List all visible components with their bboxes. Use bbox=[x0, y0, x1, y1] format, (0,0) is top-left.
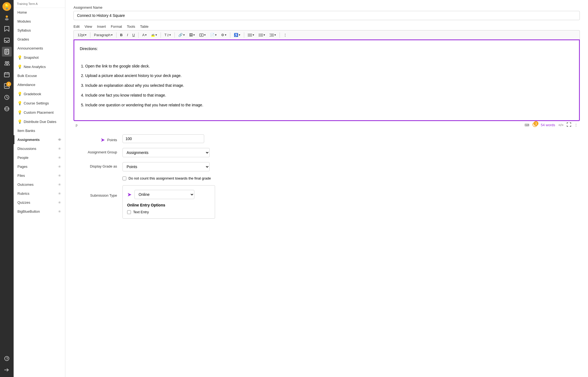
svg-point-35 bbox=[259, 35, 260, 35]
bookmark-icon[interactable] bbox=[2, 24, 12, 34]
text-entry-label: Text Entry bbox=[133, 210, 149, 214]
chevron-down-icon: ▾ bbox=[111, 33, 113, 37]
sidebar-item-discussions[interactable]: Discussions 👁 bbox=[14, 144, 65, 153]
list-item: Upload a picture about ancient history t… bbox=[85, 73, 574, 79]
word-count: 54 words bbox=[541, 123, 555, 127]
clock-icon[interactable] bbox=[2, 92, 12, 102]
sidebar-item-announcements[interactable]: Announcements bbox=[14, 44, 65, 53]
align-button[interactable]: ▾ bbox=[246, 32, 256, 38]
media-button[interactable]: ▾ bbox=[198, 32, 207, 38]
sidebar-item-assignments[interactable]: Assignments 👁 bbox=[14, 135, 65, 144]
list-button[interactable]: ▾ bbox=[257, 32, 267, 38]
italic-button[interactable]: I bbox=[125, 32, 130, 38]
svg-line-22 bbox=[7, 97, 8, 98]
list-item: Open the link to the google slide deck. bbox=[85, 63, 574, 70]
assignment-group-label: Assignment Group bbox=[74, 148, 122, 154]
sidebar-item-gradebook[interactable]: 💡 Gradebook bbox=[14, 89, 65, 98]
menu-edit[interactable]: Edit bbox=[74, 24, 79, 29]
code-view-icon[interactable]: </> bbox=[558, 123, 564, 127]
svg-point-23 bbox=[5, 107, 9, 111]
sidebar-item-custom-placement[interactable]: 💡 Custom Placement bbox=[14, 108, 65, 117]
sidebar-item-grades[interactable]: Grades bbox=[14, 35, 65, 44]
sidebar-item-quizzes[interactable]: Quizzes 👁 bbox=[14, 198, 65, 207]
underline-button[interactable]: U bbox=[131, 32, 136, 38]
menu-insert[interactable]: Insert bbox=[97, 24, 106, 29]
points-row: ➤ Points bbox=[74, 134, 580, 143]
text-entry-checkbox[interactable] bbox=[127, 210, 131, 214]
indent-button[interactable]: ▾ bbox=[268, 32, 278, 38]
eye-icon[interactable]: 👁 bbox=[58, 210, 61, 214]
sidebar-item-snapshot[interactable]: 💡 Snapshot bbox=[14, 53, 65, 62]
points-input[interactable] bbox=[122, 134, 204, 143]
inbox-icon[interactable] bbox=[2, 35, 12, 45]
keyboard-icon[interactable]: ⌨ bbox=[525, 123, 529, 127]
points-label: Points bbox=[107, 138, 117, 142]
eye-icon[interactable]: 👁 bbox=[58, 201, 61, 205]
help-icon[interactable]: ? bbox=[2, 354, 12, 363]
display-grade-row: Display Grade as Points Percentage Compl… bbox=[74, 162, 580, 171]
commons-icon[interactable] bbox=[2, 104, 12, 114]
assignment-name-input[interactable] bbox=[74, 11, 580, 20]
assignment-group-select[interactable]: Assignments bbox=[122, 148, 210, 157]
eye-icon[interactable]: 👁 bbox=[58, 165, 61, 169]
sidebar-item-syllabus[interactable]: Syllabus bbox=[14, 26, 65, 35]
more-button[interactable]: ⋮ bbox=[282, 32, 289, 38]
accessibility-button[interactable]: ♿ ▾ bbox=[232, 32, 242, 38]
sidebar-item-people[interactable]: People 👁 bbox=[14, 153, 65, 162]
sidebar-item-home[interactable]: Home bbox=[14, 8, 65, 17]
document-button[interactable]: 📄 ▾ bbox=[209, 32, 218, 38]
sidebar-item-new-analytics[interactable]: 💡 New Analytics bbox=[14, 62, 65, 71]
sidebar-item-course-settings[interactable]: 💡 Course Settings bbox=[14, 98, 65, 108]
people-group-icon[interactable] bbox=[2, 58, 12, 68]
link-button[interactable]: 🔗 ▾ bbox=[177, 32, 186, 38]
avatar-icon[interactable] bbox=[2, 13, 12, 22]
menu-format[interactable]: Format bbox=[111, 24, 122, 29]
sidebar-item-rubrics[interactable]: Rubrics 👁 bbox=[14, 189, 65, 198]
menu-view[interactable]: View bbox=[84, 24, 92, 29]
toolbar-divider bbox=[174, 32, 175, 38]
eye-icon[interactable]: 👁 bbox=[58, 138, 61, 142]
list-item: Include one question or wondering that y… bbox=[85, 102, 574, 109]
sidebar-item-item-banks[interactable]: Item Banks bbox=[14, 126, 65, 135]
menu-tools[interactable]: Tools bbox=[127, 24, 135, 29]
display-grade-select[interactable]: Points Percentage Complete/Incomplete Le… bbox=[122, 162, 210, 171]
eye-icon[interactable]: 👁 bbox=[58, 174, 61, 178]
font-size-button[interactable]: 12pt ▾ bbox=[76, 32, 88, 38]
sidebar: Training Term A Home Modules Syllabus Gr… bbox=[14, 0, 65, 377]
superscript-button[interactable]: T2 ▾ bbox=[163, 32, 173, 38]
highlight-button[interactable]: ab ▾ bbox=[149, 32, 159, 38]
editor-area[interactable]: Directions: Open the link to the google … bbox=[74, 39, 580, 121]
bulb-icon: 💡 bbox=[17, 110, 22, 115]
info-badge[interactable]: i 1 bbox=[532, 122, 537, 128]
do-not-count-checkbox[interactable] bbox=[122, 177, 126, 180]
sidebar-item-pages[interactable]: Pages 👁 bbox=[14, 162, 65, 171]
reports-icon[interactable]: 1 bbox=[2, 81, 12, 91]
lightbulb-icon[interactable]: 💡 bbox=[2, 2, 11, 11]
sidebar-item-files[interactable]: Files 👁 bbox=[14, 171, 65, 180]
toolbar-divider bbox=[116, 32, 117, 38]
apps-button[interactable]: ⚙ ▾ bbox=[219, 32, 228, 38]
font-color-button[interactable]: A ▾ bbox=[140, 32, 148, 38]
image-button[interactable]: 🖼 ▾ bbox=[188, 32, 197, 38]
menu-table[interactable]: Table bbox=[140, 24, 148, 29]
svg-point-34 bbox=[259, 33, 260, 34]
fullscreen-icon[interactable] bbox=[567, 122, 571, 128]
eye-icon[interactable]: 👁 bbox=[58, 156, 61, 160]
sidebar-item-distribute-due-dates[interactable]: 💡 Distribute Due Dates bbox=[14, 117, 65, 126]
eye-icon[interactable]: 👁 bbox=[58, 147, 61, 151]
sidebar-item-outcomes[interactable]: Outcomes 👁 bbox=[14, 180, 65, 189]
eye-icon[interactable]: 👁 bbox=[58, 192, 61, 196]
sidebar-term: Training Term A bbox=[14, 0, 65, 8]
eye-icon[interactable]: 👁 bbox=[58, 183, 61, 187]
sidebar-item-bigbluebutton[interactable]: BigBlueButton 👁 bbox=[14, 207, 65, 216]
expand-icon[interactable] bbox=[2, 365, 12, 375]
sidebar-item-bulk-excuse[interactable]: Bulk Excuse bbox=[14, 71, 65, 80]
notebook-icon[interactable] bbox=[2, 47, 12, 57]
submission-type-select[interactable]: Online No Submission On Paper External T… bbox=[134, 190, 194, 199]
more-options-icon[interactable]: ⋮ bbox=[574, 123, 578, 127]
sidebar-item-attendance[interactable]: Attendance bbox=[14, 80, 65, 89]
sidebar-item-modules[interactable]: Modules bbox=[14, 17, 65, 26]
paragraph-style-button[interactable]: Paragraph ▾ bbox=[92, 32, 114, 38]
calendar-icon[interactable] bbox=[2, 70, 12, 79]
bold-button[interactable]: B bbox=[118, 32, 124, 38]
